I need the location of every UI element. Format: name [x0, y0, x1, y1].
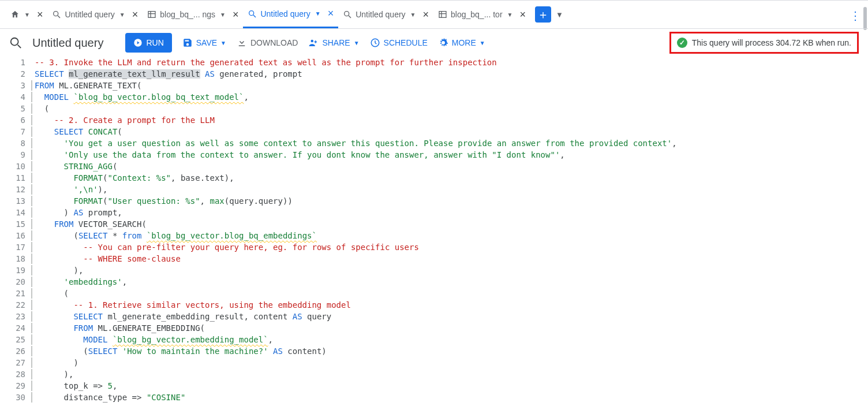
query-icon [248, 9, 257, 18]
code-line[interactable]: -- WHERE some-clause [35, 253, 868, 265]
schedule-label: SCHEDULE [384, 38, 428, 47]
save-button[interactable]: SAVE ▼ [182, 38, 226, 48]
schedule-icon [370, 38, 380, 48]
close-icon[interactable]: × [130, 9, 139, 21]
status-text: This query will process 304.72 KB when r… [692, 38, 851, 47]
code-line[interactable]: ( [35, 288, 868, 299]
close-icon[interactable]: × [517, 9, 526, 21]
code-line[interactable]: (SELECT 'How to maintain the machine?' A… [35, 345, 868, 357]
tab-untitled-active[interactable]: Untitled query ▼ × [243, 1, 338, 28]
code-line[interactable]: distance_type => "COSINE" [35, 392, 868, 403]
close-icon[interactable]: × [230, 9, 239, 21]
code-line[interactable]: SELECT CONCAT( [35, 126, 868, 137]
code-line[interactable]: -- You can pre-filter your query here, e… [35, 241, 868, 253]
table-icon [438, 10, 447, 19]
code-area[interactable]: -- 3. Invoke the LLM and return the gene… [32, 57, 868, 406]
tab-label: Untitled query [356, 10, 405, 19]
code-line[interactable]: FROM ML.GENERATE_TEXT( [35, 80, 868, 91]
share-button[interactable]: SHARE ▼ [308, 38, 359, 48]
code-line[interactable]: top_k => 5, [35, 380, 868, 392]
tab-label: blog_bq_... tor [451, 10, 503, 19]
tab-strip: ▼ × Untitled query ▼ × blog_bq_... ngs ▼… [0, 0, 868, 29]
code-line[interactable]: SELECT ml_generate_embedding_result, con… [35, 311, 868, 322]
add-tab-button[interactable]: ＋ [535, 6, 551, 23]
run-button[interactable]: RUN [125, 33, 171, 53]
code-line[interactable]: MODEL `blog_bg_vector.embedding_model`, [35, 334, 868, 345]
sql-editor[interactable]: 1234567891011121314151617181920212223242… [0, 57, 868, 406]
svg-line-8 [349, 16, 351, 18]
code-line[interactable]: ) AS prompt, [35, 207, 868, 218]
more-label: MORE [452, 38, 476, 47]
close-icon[interactable]: × [421, 9, 429, 21]
download-label: DOWNLOAD [250, 38, 298, 47]
add-tab-menu[interactable]: ▼ [556, 10, 563, 19]
svg-point-12 [11, 38, 18, 46]
svg-rect-2 [148, 12, 155, 18]
svg-point-7 [345, 12, 349, 16]
svg-line-13 [18, 45, 21, 49]
overflow-menu[interactable]: ⋮ [850, 9, 861, 23]
svg-line-1 [58, 16, 60, 18]
code-line[interactable]: STRING_AGG( [35, 161, 868, 172]
tab-untitled-3[interactable]: Untitled query ▼ × [338, 1, 433, 28]
tab-untitled-1[interactable]: Untitled query ▼ × [47, 1, 143, 28]
svg-point-0 [54, 12, 58, 16]
svg-line-6 [253, 15, 256, 17]
run-label: RUN [146, 38, 163, 47]
share-icon [308, 38, 319, 48]
svg-rect-9 [439, 12, 446, 18]
share-label: SHARE [322, 38, 350, 47]
tab-table-1[interactable]: blog_bq_... ngs ▼ × [143, 1, 243, 28]
tab-label: Untitled query [260, 9, 310, 18]
schedule-button[interactable]: SCHEDULE [370, 38, 428, 48]
code-line[interactable]: FROM ML.GENERATE_EMBEDDING( [35, 322, 868, 334]
code-line[interactable]: -- 3. Invoke the LLM and return the gene… [35, 57, 868, 68]
code-line[interactable]: ), [35, 265, 868, 276]
search-icon[interactable] [9, 36, 22, 49]
query-title[interactable]: Untitled query [32, 36, 103, 50]
code-line[interactable]: 'Only use the data from the context to a… [35, 149, 868, 161]
tab-home[interactable]: ▼ × [6, 1, 47, 28]
code-line[interactable]: 'You get a user question as well as some… [35, 137, 868, 149]
gear-icon [438, 38, 448, 48]
tab-label: blog_bq_... ngs [160, 10, 215, 19]
svg-point-15 [311, 40, 314, 43]
code-line[interactable]: ( [35, 103, 868, 114]
code-line[interactable]: FORMAT("User question: %s", max(query.qu… [35, 195, 868, 207]
play-icon [133, 38, 143, 47]
code-line[interactable]: MODEL `blog_bg_vector.blog_bq_text_model… [35, 91, 868, 103]
save-icon [182, 38, 193, 48]
code-line[interactable]: -- 1. Retrieve similar vectors, using th… [35, 299, 868, 311]
more-button[interactable]: MORE ▼ [438, 38, 485, 48]
close-icon[interactable]: × [35, 9, 43, 21]
chevron-down-icon: ▼ [23, 12, 31, 18]
close-icon[interactable]: × [326, 8, 334, 20]
code-line[interactable]: (SELECT * from `blog_bg_vector.blog_bq_e… [35, 230, 868, 241]
save-label: SAVE [196, 38, 217, 47]
chevron-down-icon: ▼ [314, 10, 322, 17]
code-line[interactable]: -- 2. Create a prompt for the LLM [35, 114, 868, 126]
chevron-down-icon: ▼ [409, 12, 417, 18]
code-line[interactable]: FROM VECTOR_SEARCH( [35, 218, 868, 230]
line-gutter: 1234567891011121314151617181920212223242… [0, 57, 32, 406]
code-line[interactable]: 'embeddings', [35, 276, 868, 288]
query-icon [343, 10, 352, 19]
code-line[interactable]: ), [35, 368, 868, 380]
tab-table-2[interactable]: blog_bq_... tor ▼ × [433, 1, 530, 28]
chevron-down-icon: ▼ [354, 40, 360, 46]
code-line[interactable]: ',\n'), [35, 184, 868, 195]
chevron-down-icon: ▼ [506, 12, 514, 18]
code-line[interactable]: SELECT ml_generate_text_llm_result AS ge… [35, 68, 868, 80]
code-line[interactable]: FORMAT("Context: %s", base.text), [35, 172, 868, 184]
download-icon [237, 38, 247, 48]
code-line[interactable]: ) [35, 357, 868, 368]
download-button[interactable]: DOWNLOAD [237, 38, 298, 48]
validation-status: ✓ This query will process 304.72 KB when… [669, 32, 859, 54]
chevron-down-icon: ▼ [118, 12, 126, 18]
chevron-down-icon: ▼ [219, 12, 227, 18]
table-icon [147, 10, 156, 19]
check-icon: ✓ [677, 38, 687, 48]
tab-label: Untitled query [65, 10, 114, 19]
chevron-down-icon: ▼ [480, 40, 485, 46]
svg-point-5 [249, 10, 254, 15]
